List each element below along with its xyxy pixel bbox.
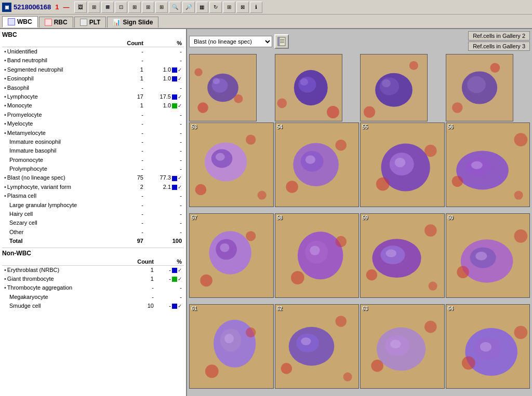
table-row[interactable]: •Lymphocyte 17 17.5✓ xyxy=(2,92,184,101)
table-row[interactable]: •Blast (no lineage spec) 75 77.3✓ xyxy=(2,173,184,182)
svg-point-96 xyxy=(390,340,401,349)
table-row[interactable]: •Thrombocyte aggregation - - xyxy=(2,283,184,292)
cell-item-top-2[interactable] xyxy=(275,54,342,121)
table-row[interactable]: Immature eosinophil - - xyxy=(2,138,184,146)
table-row[interactable]: •Metamyelocyte - - xyxy=(2,129,184,138)
row-label-cell: •Lymphocyte, variant form xyxy=(2,183,115,192)
table-row[interactable]: •Plasma cell - - xyxy=(2,192,184,200)
svg-point-53 xyxy=(514,133,527,146)
table-row[interactable]: Megakaryocyte - - xyxy=(2,293,184,302)
gallery-icon-btn[interactable] xyxy=(274,34,289,49)
toolbar-btn-12[interactable]: ⊞ xyxy=(223,2,235,13)
table-row[interactable]: •Unidentified - - xyxy=(2,47,184,57)
table-row[interactable]: Promonocyte - - xyxy=(2,156,184,165)
table-row[interactable]: •Monocyte 1 1.0✓ xyxy=(2,101,184,110)
table-row[interactable]: Other - - xyxy=(2,228,184,237)
row-label-cell: Prolymphocyte xyxy=(2,165,115,173)
table-row[interactable]: •Basophil - - xyxy=(2,84,184,92)
tab-plt[interactable]: PLT xyxy=(74,17,107,28)
svg-point-97 xyxy=(371,360,383,372)
table-row[interactable]: •Band neutrophil - - xyxy=(2,56,184,65)
cell-item[interactable]: 64 xyxy=(446,304,530,389)
rbc-tab-icon xyxy=(45,19,52,26)
row-pct-cell: 1.0✓ xyxy=(145,101,184,110)
row-pct: 2.1 xyxy=(163,184,171,190)
toolbar-btn-13[interactable]: ⊠ xyxy=(236,2,249,13)
cell-item[interactable]: 62 xyxy=(275,304,360,389)
cell-item[interactable]: 59 xyxy=(360,213,445,298)
toolbar-btn-5[interactable]: ⊞ xyxy=(128,2,141,13)
toolbar-btn-8[interactable]: 🔍 xyxy=(169,2,181,13)
ref-gallery-3-btn[interactable]: Ref.cells in Gallery 3 xyxy=(468,42,530,51)
plt-tab-label: PLT xyxy=(89,19,101,26)
table-row[interactable]: Large granular lymphocyte - - xyxy=(2,201,184,210)
check-mark: ✓ xyxy=(178,303,182,309)
nonwbc-col-pct: % xyxy=(156,258,184,266)
tab-rbc[interactable]: RBC xyxy=(39,17,73,28)
row-pct-cell: 17.5✓ xyxy=(145,92,184,101)
row-pct: 1.0 xyxy=(163,75,171,81)
toolbar-btn-11[interactable]: ↻ xyxy=(209,2,222,13)
cell-item-top-4[interactable] xyxy=(446,54,513,121)
table-row[interactable]: Total 97 100 xyxy=(2,237,184,245)
cell-item[interactable]: 54 xyxy=(275,122,360,207)
toolbar-btn-9[interactable]: 🔎 xyxy=(182,2,195,13)
row-label: Myelocyte xyxy=(7,120,33,127)
toolbar-btn-7[interactable]: ⊞ xyxy=(155,2,168,13)
svg-point-17 xyxy=(277,98,287,108)
table-row[interactable]: Sezary cell - - xyxy=(2,219,184,227)
table-row[interactable]: •Promyelocyte - - xyxy=(2,111,184,119)
table-row[interactable]: •Lymphocyte, variant form 2 2.1✓ xyxy=(2,183,184,192)
toolbar-btn-1[interactable]: 🖼 xyxy=(74,2,87,13)
table-row[interactable]: •Giant thrombocyte 1 -✓ xyxy=(2,275,184,283)
table-row[interactable]: Hairy cell - - xyxy=(2,210,184,219)
row-label-cell: Smudge cell xyxy=(2,302,122,310)
cell-item[interactable]: 57 xyxy=(189,213,274,298)
toolbar-btn-6[interactable]: ⊞ xyxy=(142,2,154,13)
svg-point-52 xyxy=(451,176,462,187)
toolbar-btn-3[interactable]: 🔳 xyxy=(101,2,114,13)
row-label-cell: •Lymphocyte xyxy=(2,92,115,101)
blue-indicator xyxy=(172,76,177,81)
cell-item-top-1[interactable] xyxy=(189,54,257,121)
row-pct: - xyxy=(180,166,182,172)
table-row[interactable]: •Erythroblast (NRBC) 1 -✓ xyxy=(2,265,184,275)
row-pct: - xyxy=(180,130,182,136)
row-label: Basophil xyxy=(7,85,29,91)
table-row[interactable]: Prolymphocyte - - xyxy=(2,165,184,173)
svg-point-8 xyxy=(212,78,220,84)
ref-gallery-2-btn[interactable]: Ref.cells in Gallery 2 xyxy=(468,31,530,40)
table-row[interactable]: •Segmented neutrophil 1 1.0✓ xyxy=(2,65,184,74)
cell-item[interactable]: 61 xyxy=(189,304,274,389)
svg-point-35 xyxy=(258,191,267,200)
cell-item[interactable]: 58 xyxy=(275,213,360,298)
wbc-title: WBC xyxy=(2,31,184,38)
toolbar-btn-10[interactable]: ▦ xyxy=(196,2,208,13)
toolbar-btn-4[interactable]: ⊡ xyxy=(115,2,127,13)
svg-point-59 xyxy=(200,275,212,287)
toolbar-btn-14[interactable]: ℹ xyxy=(250,2,262,13)
tab-wbc[interactable]: WBC xyxy=(2,16,38,28)
tab-sign[interactable]: 📊 Sign Slide xyxy=(107,17,158,28)
row-pct-cell: - xyxy=(145,138,184,146)
svg-point-98 xyxy=(424,321,437,333)
cell-item[interactable]: 60 xyxy=(446,213,530,298)
cell-item[interactable]: 56 xyxy=(446,122,530,207)
row-label-cell: •Plasma cell xyxy=(2,192,115,200)
svg-point-104 xyxy=(514,326,527,339)
row-count-cell: - xyxy=(115,156,145,165)
row-label: Promonocyte xyxy=(9,157,43,163)
cell-item[interactable]: 53 xyxy=(189,122,274,207)
table-row[interactable]: •Eosinophil 1 1.0✓ xyxy=(2,74,184,83)
cell-item-top-3[interactable] xyxy=(360,54,428,121)
cell-item[interactable]: 55 xyxy=(360,122,445,207)
row-count: - xyxy=(141,229,143,235)
wbc-col-count: Count xyxy=(115,39,145,47)
row-label: Large granular lymphocyte xyxy=(9,202,77,208)
table-row[interactable]: •Myelocyte - - xyxy=(2,119,184,128)
table-row[interactable]: Immature basophil - - xyxy=(2,146,184,155)
toolbar-btn-2[interactable]: ⊞ xyxy=(88,2,100,13)
table-row[interactable]: Smudge cell 10 -✓ xyxy=(2,302,184,310)
cell-type-dropdown[interactable]: Blast (no lineage spec) Lymphocyte Monoc… xyxy=(189,36,272,47)
cell-item[interactable]: 63 xyxy=(360,304,445,389)
